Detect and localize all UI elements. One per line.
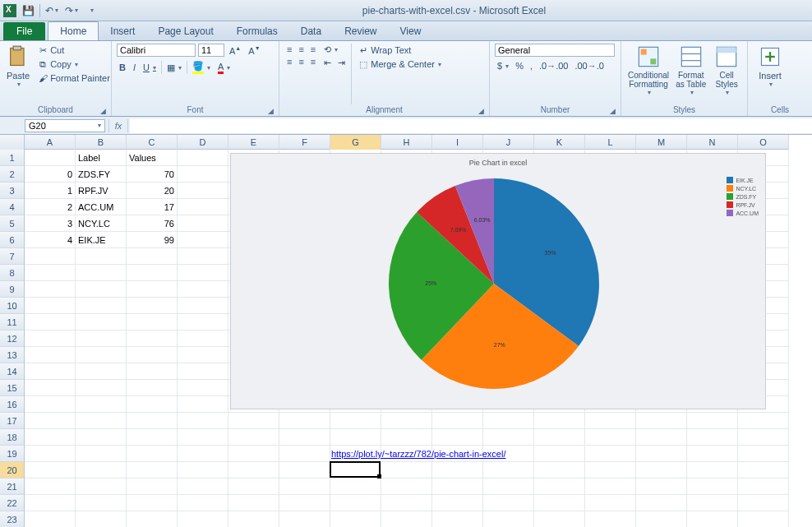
- cell-L21[interactable]: [585, 478, 636, 495]
- decrease-font-button[interactable]: A▼: [246, 44, 262, 57]
- cell-B9[interactable]: [76, 281, 127, 298]
- cell-N21[interactable]: [687, 478, 738, 495]
- row-header-18[interactable]: 18: [0, 429, 25, 446]
- hyperlink-cell[interactable]: https://plot.ly/~tarzzz/782/pie-chart-in…: [331, 446, 505, 462]
- cell-H21[interactable]: [381, 478, 432, 495]
- format-painter-button[interactable]: 🖌Format Painter: [35, 72, 113, 85]
- cell-D13[interactable]: [178, 347, 228, 363]
- paste-button[interactable]: Paste▾: [5, 44, 31, 90]
- cell-D11[interactable]: [178, 314, 228, 331]
- format-as-table-button[interactable]: Format as Table▾: [674, 44, 708, 98]
- cell-B17[interactable]: [76, 413, 127, 429]
- cell-A19[interactable]: [25, 446, 76, 462]
- row-header-2[interactable]: 2: [0, 166, 25, 183]
- cell-A2[interactable]: 0: [25, 166, 76, 183]
- column-header-C[interactable]: C: [127, 135, 178, 150]
- cell-D9[interactable]: [178, 281, 228, 298]
- cell-B4[interactable]: ACC.UM: [76, 199, 127, 215]
- cell-C21[interactable]: [127, 478, 178, 495]
- cell-D1[interactable]: [178, 150, 228, 166]
- cell-L20[interactable]: [585, 462, 636, 478]
- cell-O19[interactable]: [738, 446, 789, 462]
- cell-A15[interactable]: [25, 380, 76, 396]
- cell-F19[interactable]: [279, 446, 330, 462]
- row-header-17[interactable]: 17: [0, 413, 25, 429]
- cell-A14[interactable]: [25, 363, 76, 380]
- cell-C17[interactable]: [127, 413, 178, 429]
- cell-G22[interactable]: [330, 495, 381, 511]
- row-header-5[interactable]: 5: [0, 215, 25, 232]
- cell-D16[interactable]: [178, 396, 228, 413]
- embedded-chart[interactable]: Pie Chart in excel 35%27%25%7.09%6.03% E…: [230, 153, 766, 409]
- cell-N22[interactable]: [687, 495, 738, 511]
- tab-file[interactable]: File: [3, 22, 45, 40]
- conditional-formatting-button[interactable]: Conditional Formatting▾: [626, 44, 671, 98]
- cell-O20[interactable]: [738, 462, 789, 478]
- cell-M19[interactable]: [636, 446, 687, 462]
- cut-button[interactable]: ✂Cut: [35, 44, 113, 57]
- cell-H20[interactable]: [381, 462, 432, 478]
- cell-M18[interactable]: [636, 429, 687, 446]
- cell-B22[interactable]: [76, 495, 127, 511]
- cell-B18[interactable]: [76, 429, 127, 446]
- cell-N17[interactable]: [687, 413, 738, 429]
- cell-G20[interactable]: [330, 462, 381, 478]
- cell-A20[interactable]: [25, 462, 76, 478]
- row-header-21[interactable]: 21: [0, 478, 25, 495]
- cell-O18[interactable]: [738, 429, 789, 446]
- cell-I23[interactable]: [432, 511, 483, 527]
- row-header-8[interactable]: 8: [0, 265, 25, 281]
- cell-C12[interactable]: [127, 331, 178, 347]
- cell-J18[interactable]: [483, 429, 534, 446]
- cell-E23[interactable]: [228, 511, 279, 527]
- align-left-button[interactable]: ≡: [284, 56, 294, 67]
- row-header-13[interactable]: 13: [0, 347, 25, 363]
- cell-E20[interactable]: [228, 462, 279, 478]
- cell-F17[interactable]: [279, 413, 330, 429]
- cell-K17[interactable]: [534, 413, 585, 429]
- save-icon[interactable]: 💾: [20, 3, 36, 18]
- cell-A18[interactable]: [25, 429, 76, 446]
- cell-C22[interactable]: [127, 495, 178, 511]
- cell-A9[interactable]: [25, 281, 76, 298]
- column-header-I[interactable]: I: [432, 135, 483, 150]
- cell-E18[interactable]: [228, 429, 279, 446]
- borders-button[interactable]: ▦▾: [164, 62, 184, 74]
- cell-A10[interactable]: [25, 298, 76, 314]
- cell-B13[interactable]: [76, 347, 127, 363]
- row-header-20[interactable]: 20: [0, 462, 25, 478]
- cell-G21[interactable]: [330, 478, 381, 495]
- cell-C23[interactable]: [127, 511, 178, 527]
- cell-K18[interactable]: [534, 429, 585, 446]
- cell-B11[interactable]: [76, 314, 127, 331]
- fx-icon[interactable]: fx: [108, 119, 128, 132]
- cell-C13[interactable]: [127, 347, 178, 363]
- undo-button[interactable]: ↶▾: [44, 3, 60, 18]
- column-header-D[interactable]: D: [178, 135, 228, 150]
- cell-J22[interactable]: [483, 495, 534, 511]
- cell-D17[interactable]: [178, 413, 228, 429]
- formula-input[interactable]: [130, 118, 812, 133]
- row-header-1[interactable]: 1: [0, 150, 25, 166]
- cell-N18[interactable]: [687, 429, 738, 446]
- cell-F18[interactable]: [279, 429, 330, 446]
- cell-D4[interactable]: [178, 199, 228, 215]
- cell-D3[interactable]: [178, 183, 228, 199]
- cell-B15[interactable]: [76, 380, 127, 396]
- cell-A3[interactable]: 1: [25, 183, 76, 199]
- cell-F20[interactable]: [279, 462, 330, 478]
- cell-I17[interactable]: [432, 413, 483, 429]
- cell-N20[interactable]: [687, 462, 738, 478]
- cell-I20[interactable]: [432, 462, 483, 478]
- align-top-button[interactable]: ≡: [284, 44, 294, 55]
- cell-L19[interactable]: [585, 446, 636, 462]
- decrease-indent-button[interactable]: ⇤: [321, 57, 334, 69]
- cell-K23[interactable]: [534, 511, 585, 527]
- cell-B8[interactable]: [76, 265, 127, 281]
- cell-J21[interactable]: [483, 478, 534, 495]
- cell-A12[interactable]: [25, 331, 76, 347]
- orientation-button[interactable]: ⟲▾: [321, 44, 348, 56]
- row-header-11[interactable]: 11: [0, 314, 25, 331]
- cell-A6[interactable]: 4: [25, 232, 76, 248]
- row-header-16[interactable]: 16: [0, 396, 25, 413]
